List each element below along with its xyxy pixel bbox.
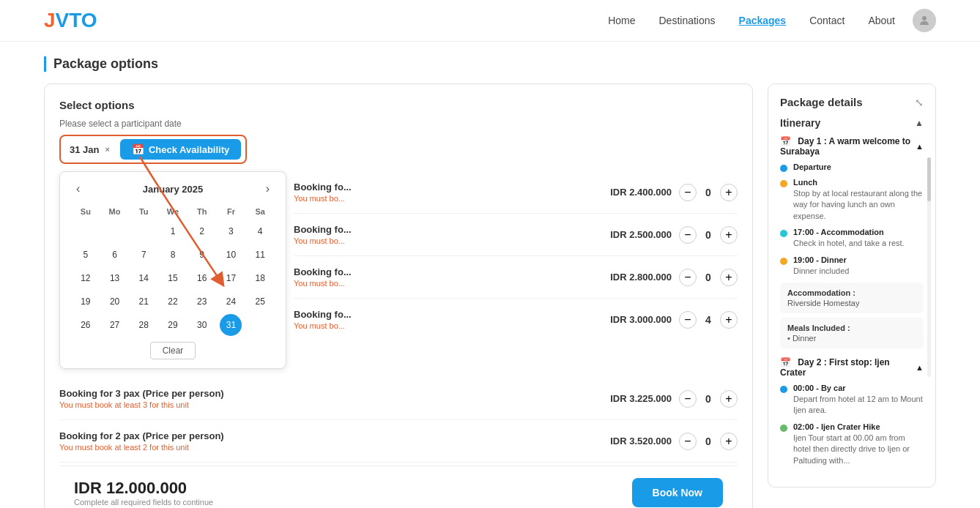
qty-increase[interactable]: + [720, 184, 738, 201]
qty-price: IDR 3.000.000 [584, 314, 672, 325]
calendar-header: ‹ January 2025 › [72, 181, 274, 197]
day-1-header[interactable]: 📅 Day 1 : A warm welcome to Surabaya ▲ [780, 136, 924, 157]
cal-date[interactable]: 6 [104, 244, 126, 266]
qty-price: IDR 2.400.000 [584, 187, 672, 198]
nav-about[interactable]: About [868, 15, 895, 26]
quantity-row: Booking fo... You must bo... IDR 2.800.0… [294, 256, 738, 299]
qty-value: 0 [702, 272, 714, 283]
package-details-title: Package details [780, 96, 863, 108]
nav-destinations[interactable]: Destinations [659, 15, 716, 26]
calendar-next[interactable]: › [261, 181, 274, 197]
cal-date[interactable]: 7 [133, 244, 155, 266]
cal-date[interactable]: 19 [75, 291, 97, 313]
qty-control: − 0 + [679, 269, 738, 286]
date-chip[interactable]: 31 Jan × [65, 141, 114, 158]
qty-label: Booking for 2 pax (Price per person) [59, 430, 224, 441]
cal-day-su: Su [72, 204, 100, 219]
bycar-dot [780, 386, 787, 393]
nav-links: Home Destinations Packages Contact About [608, 15, 895, 26]
qty-increase[interactable]: + [720, 433, 738, 450]
nav-packages[interactable]: Packages [739, 15, 787, 26]
options-title: Select options [59, 99, 738, 111]
qty-decrease[interactable]: − [679, 390, 697, 408]
cal-day-th: Th [188, 204, 216, 219]
right-panel: Package details ⤡ Itinerary ▲ 📅 Day 1 : … [768, 83, 936, 488]
cal-date[interactable]: 24 [220, 291, 242, 313]
itinerary-label[interactable]: Itinerary ▲ [780, 117, 924, 129]
total-section: IDR 12.000.000 Complete all required fie… [74, 479, 213, 507]
day-2-title: 📅 Day 2 : First stop: Ijen Crater [780, 357, 916, 378]
qty-right: IDR 2.400.000 − 0 + [584, 184, 738, 201]
nav-contact[interactable]: Contact [809, 15, 844, 26]
cal-date[interactable]: 30 [191, 314, 213, 336]
logo-j: J [44, 9, 56, 31]
cal-day-fr: Fr [218, 204, 245, 219]
qty-price: IDR 3.225.000 [584, 393, 672, 404]
calendar-clear-button[interactable]: Clear [150, 342, 196, 359]
qty-label: Booking fo... [294, 224, 352, 235]
book-now-button[interactable]: Book Now [632, 478, 723, 507]
cal-date[interactable]: 23 [191, 291, 213, 313]
check-availability-button[interactable]: 📅 Check Availability [120, 139, 241, 160]
cal-date[interactable]: 1 [162, 220, 184, 242]
cal-date[interactable]: 15 [162, 267, 184, 289]
calendar-prev[interactable]: ‹ [72, 181, 84, 197]
qty-increase[interactable]: + [720, 226, 738, 244]
qty-value: 0 [702, 187, 714, 198]
departure-dot [780, 165, 787, 172]
logo-vto: VTO [56, 9, 97, 31]
qty-warning: You must bo... [294, 194, 352, 203]
qty-decrease[interactable]: − [679, 269, 697, 286]
cal-date[interactable]: 9 [191, 244, 213, 266]
cal-date[interactable]: 2 [191, 220, 213, 242]
qty-label: Booking fo... [294, 309, 352, 320]
lunch-dot [780, 180, 787, 187]
nav-home[interactable]: Home [608, 15, 635, 26]
cal-date[interactable]: 22 [162, 291, 184, 313]
cal-date[interactable]: 25 [249, 291, 271, 313]
cal-date[interactable]: 8 [162, 244, 184, 266]
qty-increase[interactable]: + [720, 269, 738, 286]
qty-decrease[interactable]: − [679, 433, 697, 450]
logo[interactable]: JVTO [44, 9, 97, 32]
cal-date[interactable]: 5 [75, 244, 97, 266]
cal-date[interactable]: 16 [191, 267, 213, 289]
scrollbar-thumb[interactable] [927, 157, 931, 201]
bycar-desc: Depart from hotel at 12 am to Mount Ijen… [793, 394, 924, 417]
accommodation-title: 17:00 - Accommodation [793, 228, 905, 236]
cal-date[interactable]: 20 [104, 291, 126, 313]
qty-decrease[interactable]: − [679, 311, 697, 329]
cal-date[interactable]: 21 [133, 291, 155, 313]
cal-date[interactable]: 29 [162, 314, 184, 336]
expand-icon[interactable]: ⤡ [915, 97, 924, 108]
cal-date[interactable]: 13 [104, 267, 126, 289]
quantity-row: Booking fo... You must bo... IDR 2.400.0… [294, 171, 738, 214]
scrollbar-track[interactable] [927, 157, 931, 377]
cal-date[interactable]: 26 [75, 314, 97, 336]
qty-increase[interactable]: + [720, 311, 738, 329]
itinerary-chevron: ▲ [915, 118, 924, 128]
user-avatar[interactable] [913, 9, 936, 32]
dinner-dot [780, 258, 787, 265]
cal-date[interactable]: 12 [75, 267, 97, 289]
cal-date[interactable]: 27 [104, 314, 126, 336]
cal-date[interactable]: 3 [220, 220, 242, 242]
cal-date-selected[interactable]: 31 [220, 314, 242, 336]
cal-date[interactable]: 4 [249, 220, 271, 242]
cal-date[interactable]: 14 [133, 267, 155, 289]
qty-decrease[interactable]: − [679, 184, 697, 201]
cal-date[interactable]: 18 [249, 267, 271, 289]
cal-date[interactable]: 17 [220, 267, 242, 289]
total-price: IDR 12.000.000 [74, 479, 213, 498]
qty-increase[interactable]: + [720, 390, 738, 408]
dinner-title: 19:00 - Dinner [793, 255, 849, 264]
qty-decrease[interactable]: − [679, 226, 697, 244]
cal-date[interactable]: 11 [249, 244, 271, 266]
total-note: Complete all required fields to continue [74, 498, 213, 507]
quantity-row: Booking fo... You must bo... IDR 3.000.0… [294, 299, 738, 340]
cal-date[interactable]: 28 [133, 314, 155, 336]
quantity-row: Booking for 2 pax (Price per person) You… [59, 420, 738, 463]
day-2-header[interactable]: 📅 Day 2 : First stop: Ijen Crater ▲ [780, 357, 924, 378]
cal-date[interactable]: 10 [220, 244, 242, 266]
date-chip-close[interactable]: × [105, 145, 109, 154]
